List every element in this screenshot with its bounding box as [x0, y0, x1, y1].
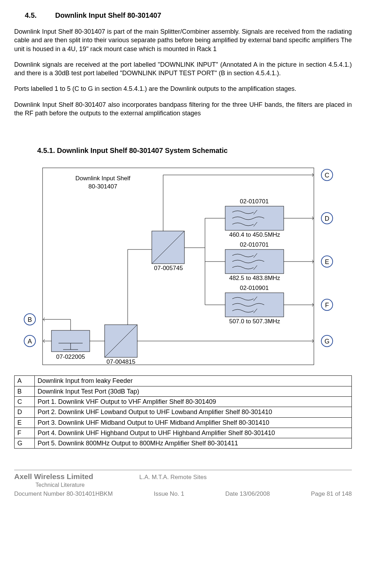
- block-label: 07-022005: [56, 353, 85, 360]
- footer-project: L.A. M.T.A. Remote Sites: [139, 473, 207, 482]
- table-row: FPort 4. Downlink UHF Highband Output to…: [15, 428, 352, 438]
- footer-date: Date 13/06/2008: [225, 490, 270, 498]
- block-label: 07-004815: [106, 358, 135, 365]
- svg-text:D: D: [325, 215, 329, 222]
- table-row: CPort 1. Downlink VHF Output to VHF Ampl…: [15, 396, 352, 407]
- block-label: 07-005745: [154, 265, 183, 271]
- filter-band: 460.4 to 450.5MHz: [229, 231, 280, 238]
- footer-page: Page 81 of 148: [311, 490, 352, 498]
- table-row: ADownlink Input from leaky Feeder: [15, 376, 352, 386]
- svg-rect-10: [225, 249, 284, 274]
- table-row: GPort 5. Downlink 800MHz Output to 800MH…: [15, 438, 352, 449]
- body-paragraph: Downlink Input Shelf 80-301407 also inco…: [14, 100, 352, 118]
- legend-table: ADownlink Input from leaky Feeder BDownl…: [14, 375, 352, 449]
- svg-text:C: C: [325, 172, 329, 179]
- callout-D: D: [321, 213, 333, 224]
- callout-A: A: [24, 335, 35, 347]
- body-paragraph: Downlink signals are received at the por…: [14, 60, 352, 78]
- callout-E: E: [321, 256, 333, 267]
- subsection-heading: 4.5.1. Downlink Input Shelf 80-301407 Sy…: [14, 146, 352, 155]
- schematic-title: Downlink Input Shelf: [76, 175, 131, 182]
- filter-part: 02-010701: [240, 241, 268, 248]
- callout-B: B: [24, 314, 35, 325]
- svg-text:G: G: [325, 338, 329, 345]
- filter-part: 02-010701: [240, 198, 268, 205]
- callout-G: G: [321, 335, 333, 347]
- svg-text:B: B: [28, 316, 32, 323]
- svg-text:E: E: [325, 258, 329, 265]
- callout-F: F: [321, 299, 333, 311]
- footer-issue: Issue No. 1: [154, 490, 184, 498]
- body-paragraph: Downlink Input Shelf 80-301407 is part o…: [14, 27, 352, 53]
- svg-text:A: A: [28, 338, 32, 345]
- footer-company: Axell Wireless Limited: [14, 472, 93, 482]
- table-row: DPort 2. Downlink UHF Lowband Output to …: [15, 407, 352, 417]
- footer-docnum: Document Number 80-301401HBKM: [14, 490, 113, 498]
- section-heading: 4.5. Downlink Input Shelf 80-301407: [14, 11, 352, 20]
- body-paragraph: Ports labelled 1 to 5 (C to G in section…: [14, 84, 352, 93]
- page-footer: Axell Wireless Limited L.A. M.T.A. Remot…: [14, 470, 352, 498]
- schematic-svg: Downlink Input Shelf 80-301407 07-022005…: [21, 164, 345, 367]
- callout-C: C: [321, 169, 333, 181]
- svg-text:F: F: [325, 302, 329, 309]
- schematic-subtitle: 80-301407: [88, 183, 117, 190]
- footer-subtitle: Technical Literature: [14, 481, 352, 489]
- svg-rect-9: [225, 206, 284, 230]
- filter-part: 02-010901: [240, 285, 268, 291]
- filter-band: 482.5 to 483.8MHz: [229, 275, 280, 281]
- section-number: 4.5.: [25, 11, 53, 20]
- table-row: EPort 3. Downlink UHF Midband Output to …: [15, 417, 352, 428]
- filter-band: 507.0 to 507.3MHz: [229, 318, 280, 325]
- svg-rect-11: [225, 293, 284, 317]
- section-title: Downlink Input Shelf 80-301407: [55, 11, 161, 19]
- system-schematic: Downlink Input Shelf 80-301407 07-022005…: [21, 164, 345, 367]
- table-row: BDownlink Input Test Port (30dB Tap): [15, 386, 352, 396]
